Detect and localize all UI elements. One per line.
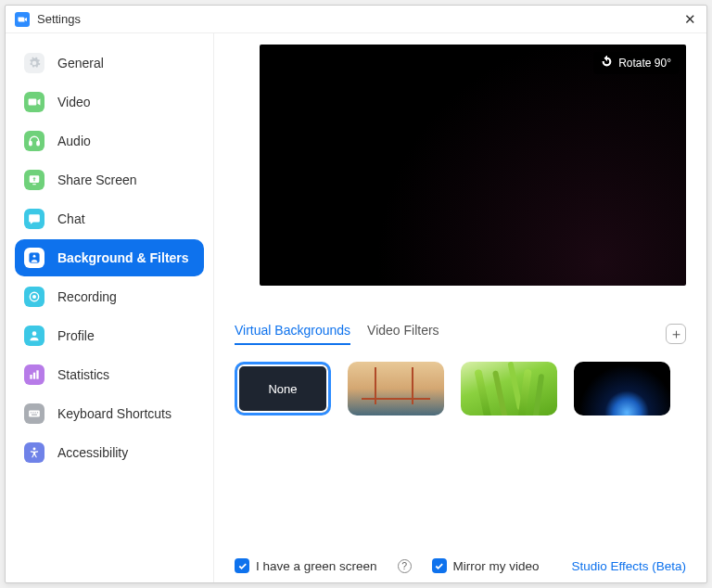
tab-virtual-backgrounds[interactable]: Virtual Backgrounds [235, 323, 350, 345]
background-option-none[interactable]: None [235, 362, 331, 415]
sidebar-item-background-filters[interactable]: Background & Filters [15, 239, 204, 276]
sidebar-item-label: Audio [57, 134, 91, 148]
gear-icon [24, 53, 44, 73]
profile-icon [24, 326, 44, 346]
background-option-earth[interactable] [574, 362, 670, 415]
footer: I have a green screen ? Mirror my video … [235, 547, 686, 573]
titlebar: Settings ✕ [6, 6, 706, 33]
share-screen-icon [24, 170, 44, 190]
window-title: Settings [37, 12, 81, 26]
green-screen-checkbox[interactable]: I have a green screen [235, 558, 377, 573]
tab-label: Video Filters [367, 323, 439, 338]
statistics-icon [24, 364, 44, 385]
sidebar-item-label: Statistics [57, 367, 109, 382]
svg-rect-10 [33, 373, 35, 379]
svg-rect-9 [30, 375, 32, 379]
svg-point-18 [33, 447, 36, 450]
sidebar-item-label: Share Screen [57, 173, 137, 187]
video-icon [24, 92, 44, 112]
sidebar-item-label: General [57, 56, 104, 70]
svg-rect-16 [37, 412, 38, 413]
svg-rect-11 [36, 370, 38, 378]
sidebar-item-label: Background & Filters [57, 250, 189, 265]
green-screen-label: I have a green screen [256, 559, 377, 573]
sidebar-item-label: Keyboard Shortcuts [57, 406, 172, 421]
sidebar-item-accessibility[interactable]: Accessibility [15, 434, 204, 471]
svg-point-5 [32, 255, 36, 259]
tabs: Virtual Backgrounds Video Filters [235, 323, 439, 345]
background-option-bridge[interactable] [348, 362, 444, 415]
recording-icon [24, 287, 44, 307]
sidebar-item-label: Video [57, 95, 91, 109]
svg-rect-1 [37, 142, 39, 146]
sidebar-item-profile[interactable]: Profile [15, 317, 204, 354]
sidebar-item-audio[interactable]: Audio [15, 122, 204, 160]
sidebar-item-label: Recording [57, 289, 117, 304]
sidebar-item-label: Accessibility [57, 445, 128, 460]
sidebar-item-share-screen[interactable]: Share Screen [15, 161, 204, 198]
svg-rect-3 [32, 184, 36, 185]
mirror-video-checkbox[interactable]: Mirror my video [432, 558, 540, 573]
sidebar-item-label: Profile [57, 328, 95, 343]
sidebar-item-label: Chat [57, 211, 85, 226]
svg-point-8 [32, 331, 37, 336]
background-icon [24, 248, 44, 268]
sidebar-item-recording[interactable]: Recording [15, 278, 204, 315]
window-body: General Video Audio Share Screen [6, 33, 706, 582]
chat-icon [24, 209, 44, 229]
mirror-label: Mirror my video [453, 559, 540, 573]
sidebar-item-chat[interactable]: Chat [15, 200, 204, 237]
rotate-button[interactable]: Rotate 90° [593, 52, 679, 74]
rotate-icon [601, 56, 613, 70]
sidebar-item-keyboard-shortcuts[interactable]: Keyboard Shortcuts [15, 395, 204, 432]
checkbox-checked-icon [432, 558, 447, 573]
background-options: None [235, 362, 686, 415]
background-none-label: None [268, 382, 297, 396]
sidebar-item-general[interactable]: General [15, 45, 204, 82]
svg-rect-15 [35, 412, 36, 413]
studio-effects-link[interactable]: Studio Effects (Beta) [571, 559, 686, 573]
svg-rect-13 [31, 412, 32, 413]
background-option-grass[interactable] [461, 362, 557, 415]
headphones-icon [24, 131, 44, 151]
sidebar: General Video Audio Share Screen [6, 33, 214, 582]
accessibility-icon [24, 442, 44, 463]
video-preview: Rotate 90° [260, 45, 686, 286]
rotate-label: Rotate 90° [618, 57, 671, 70]
sidebar-item-video[interactable]: Video [15, 83, 204, 121]
keyboard-icon [24, 403, 44, 424]
tab-video-filters[interactable]: Video Filters [367, 323, 439, 345]
help-icon[interactable]: ? [398, 559, 412, 573]
svg-rect-0 [30, 142, 32, 146]
tab-label: Virtual Backgrounds [235, 323, 350, 338]
sidebar-item-statistics[interactable]: Statistics [15, 356, 204, 393]
close-button[interactable]: ✕ [680, 10, 699, 29]
svg-rect-17 [32, 415, 37, 415]
checkbox-checked-icon [235, 558, 249, 573]
svg-point-7 [32, 295, 36, 299]
titlebar-left: Settings [15, 12, 81, 27]
close-icon: ✕ [684, 11, 696, 28]
svg-rect-12 [29, 411, 40, 417]
add-background-button[interactable]: ＋ [666, 324, 686, 344]
main-content: Rotate 90° Virtual Backgrounds Video Fil… [214, 33, 706, 582]
settings-window: Settings ✕ General Video [5, 5, 707, 583]
app-icon [15, 12, 30, 27]
preview-wrap: Rotate 90° [235, 45, 686, 286]
svg-rect-14 [32, 412, 33, 413]
tabs-row: Virtual Backgrounds Video Filters ＋ [235, 323, 686, 345]
plus-icon: ＋ [669, 326, 683, 343]
